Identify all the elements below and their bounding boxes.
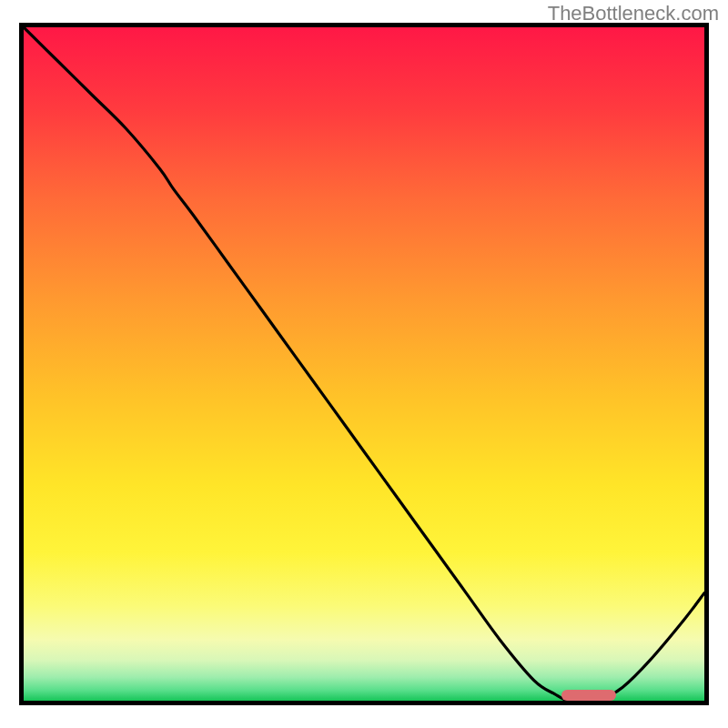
chart-root: TheBottleneck.com xyxy=(0,0,728,728)
bottleneck-curve xyxy=(24,27,704,701)
watermark-label: TheBottleneck.com xyxy=(548,2,719,25)
plot-area xyxy=(19,23,709,705)
curve-layer xyxy=(24,27,704,701)
optimal-range-marker xyxy=(561,690,616,701)
